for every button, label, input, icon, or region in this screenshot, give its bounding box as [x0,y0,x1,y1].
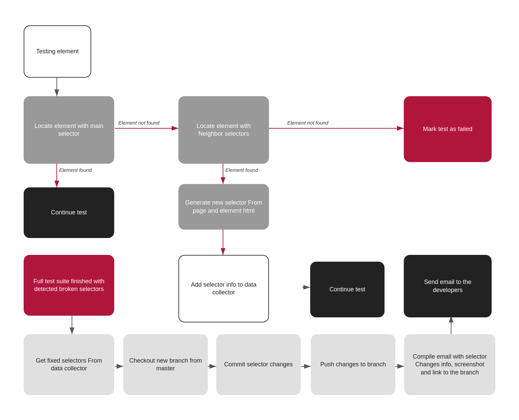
node-commit-changes: Commit selector changes [216,334,301,395]
node-locate-main: Locate element with main selector [24,96,114,164]
node-full-test-suite: Full test suite finished with detected b… [24,255,114,316]
node-compile-email: Compile email with selector Changes info… [404,334,495,395]
node-get-fixed: Get fixed selectors From data collector [24,334,114,395]
node-mark-failed: Mark test as failed [404,96,492,162]
node-push-changes: Push changes to branch [311,334,395,395]
node-send-email: Send email to the developers [404,255,492,317]
node-continue-test-1: Continue test [24,187,114,238]
node-checkout-branch: Checkout new branch from master [123,334,208,395]
flowchart-diagram: Element not found Element not found Elem… [0,0,519,420]
node-generate-selector: Generate new selector From page and elem… [178,184,269,230]
node-continue-test-2: Continue test [310,262,385,317]
node-testing-element: Testing element [24,25,91,78]
node-add-selector: Add selector info to data collector [178,255,269,322]
node-locate-neighbor: Locate element with Neighbor selectors [178,96,269,164]
label-element-not-found-1: Element not found [118,120,159,126]
label-element-found-2: Element found [225,167,258,173]
label-element-found-1: Element found [59,167,92,173]
label-element-not-found-2: Element not found [287,120,328,126]
